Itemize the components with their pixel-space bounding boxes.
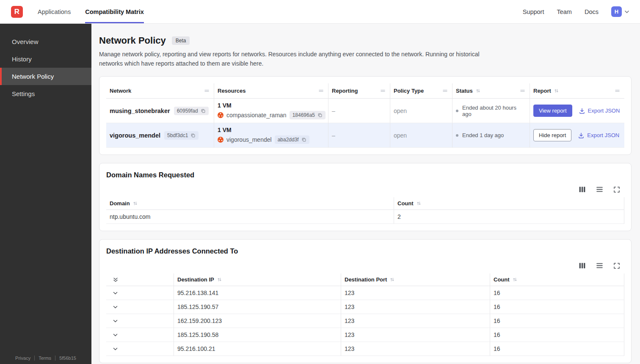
privacy-link[interactable]: Privacy bbox=[11, 356, 34, 361]
count-cell: 16 bbox=[490, 314, 624, 328]
network-name: musing_stonebraker bbox=[110, 108, 170, 114]
chevron-down-icon[interactable] bbox=[113, 290, 118, 296]
copy-icon[interactable] bbox=[190, 133, 196, 138]
destination-ip-cell: 162.159.200.123 bbox=[174, 314, 341, 328]
column-header-status[interactable]: Status bbox=[452, 83, 530, 99]
beta-badge: Beta bbox=[172, 36, 190, 45]
resource-row: compassionate_raman 184696a5 bbox=[218, 111, 326, 119]
report-cell: Hide report Export JSON bbox=[530, 123, 624, 148]
fullscreen-icon[interactable] bbox=[613, 262, 620, 269]
expand-all-icon[interactable] bbox=[113, 277, 119, 283]
app-logo[interactable]: R bbox=[11, 6, 23, 18]
column-resize-handle-icon[interactable] bbox=[318, 89, 324, 93]
network-id: 60959fad bbox=[177, 108, 198, 114]
column-resize-handle-icon[interactable] bbox=[520, 89, 525, 93]
column-resize-handle-icon[interactable] bbox=[615, 89, 620, 93]
column-header-resources[interactable]: Resources bbox=[214, 83, 328, 99]
download-icon bbox=[579, 108, 585, 114]
copy-icon[interactable] bbox=[301, 137, 306, 142]
column-header-count[interactable]: Count bbox=[394, 197, 624, 210]
count-cell: 16 bbox=[490, 300, 624, 314]
sidebar-item-label: Settings bbox=[12, 90, 35, 97]
columns-icon[interactable] bbox=[579, 186, 586, 193]
chevron-down-icon[interactable] bbox=[113, 346, 118, 352]
column-label: Destination IP bbox=[177, 276, 214, 283]
sidebar-footer: Privacy Terms 5f56b15 bbox=[0, 356, 91, 361]
domains-card-title: Domain Names Requested bbox=[106, 171, 624, 179]
columns-icon[interactable] bbox=[579, 262, 586, 269]
ubuntu-icon bbox=[218, 112, 223, 118]
reporting-cell: – bbox=[328, 123, 390, 148]
count-cell: 16 bbox=[490, 328, 624, 342]
domains-table: Domain Count ntp.ubuntu.com 2 bbox=[106, 197, 624, 224]
networks-table: Network Resources Reporting Policy Type bbox=[106, 83, 624, 148]
column-header-domain[interactable]: Domain bbox=[106, 197, 394, 210]
status-text: Ended about 20 hours ago bbox=[462, 105, 525, 117]
avatar: H bbox=[611, 6, 622, 17]
export-json-link[interactable]: Export JSON bbox=[579, 108, 620, 114]
nav-tab-applications[interactable]: Applications bbox=[38, 0, 71, 23]
sidebar-item-label: Network Policy bbox=[12, 73, 54, 80]
app-logo-letter: R bbox=[14, 8, 19, 16]
row-density-icon[interactable] bbox=[596, 186, 603, 193]
chevron-down-icon bbox=[624, 9, 630, 15]
support-link[interactable]: Support bbox=[523, 8, 544, 15]
user-menu[interactable]: H bbox=[611, 6, 630, 17]
terms-link[interactable]: Terms bbox=[34, 356, 55, 361]
column-resize-handle-icon[interactable] bbox=[380, 89, 386, 93]
column-label: Destination Port bbox=[345, 276, 387, 283]
column-resize-handle-icon[interactable] bbox=[204, 89, 210, 93]
resource-name: compassionate_raman bbox=[226, 112, 287, 119]
export-json-label: Export JSON bbox=[587, 132, 619, 138]
network-cell: musing_stonebraker 60959fad bbox=[106, 99, 214, 123]
resource-id-badge: aba2dd3f bbox=[275, 135, 309, 144]
sort-icon bbox=[390, 277, 394, 282]
view-report-button[interactable]: View report bbox=[533, 105, 572, 117]
resource-id: aba2dd3f bbox=[278, 137, 299, 143]
column-header-count[interactable]: Count bbox=[490, 273, 624, 286]
status-text: Ended 1 day ago bbox=[462, 132, 504, 138]
table-toolbar bbox=[106, 186, 620, 193]
export-json-link[interactable]: Export JSON bbox=[578, 132, 619, 139]
column-header-report[interactable]: Report bbox=[530, 83, 624, 99]
column-header-reporting[interactable]: Reporting bbox=[328, 83, 390, 99]
column-header-destination-port[interactable]: Destination Port bbox=[341, 273, 490, 286]
status-dot bbox=[456, 110, 458, 112]
sidebar-item-label: Overview bbox=[12, 38, 39, 45]
sidebar-item-network-policy[interactable]: Network Policy bbox=[0, 68, 91, 85]
column-header-policy-type[interactable]: Policy Type bbox=[390, 83, 452, 99]
sidebar-item-overview[interactable]: Overview bbox=[0, 33, 91, 50]
networks-card: Network Resources Reporting Policy Type bbox=[99, 76, 632, 155]
sidebar-item-history[interactable]: History bbox=[0, 50, 91, 68]
copy-icon[interactable] bbox=[317, 113, 323, 118]
destination-ip-cell: 185.125.190.58 bbox=[174, 328, 341, 342]
export-json-label: Export JSON bbox=[588, 108, 620, 114]
resource-name: vigorous_mendel bbox=[226, 136, 272, 143]
page-header: Network Policy Beta bbox=[99, 35, 632, 46]
copy-icon[interactable] bbox=[201, 108, 206, 113]
team-link[interactable]: Team bbox=[557, 8, 571, 15]
nav-tab-compatibility-matrix[interactable]: Compatibility Matrix bbox=[85, 0, 144, 23]
column-label: Report bbox=[533, 88, 551, 94]
chevron-down-icon[interactable] bbox=[113, 332, 118, 338]
destinations-card: Destination IP Addresses Connected To De… bbox=[99, 239, 632, 363]
network-id-badge: 5bdf3dc1 bbox=[164, 131, 199, 140]
nav-tab-label: Compatibility Matrix bbox=[85, 8, 144, 15]
page-title: Network Policy bbox=[99, 35, 166, 46]
docs-link[interactable]: Docs bbox=[585, 8, 599, 15]
fullscreen-icon[interactable] bbox=[613, 186, 620, 193]
build-version: 5f56b15 bbox=[55, 356, 80, 361]
destination-port-cell: 123 bbox=[341, 328, 490, 342]
column-resize-handle-icon[interactable] bbox=[442, 89, 448, 93]
column-header-destination-ip[interactable]: Destination IP bbox=[174, 273, 341, 286]
row-density-icon[interactable] bbox=[596, 262, 603, 269]
chevron-down-icon[interactable] bbox=[113, 304, 118, 310]
destinations-card-title: Destination IP Addresses Connected To bbox=[106, 247, 624, 255]
table-toolbar bbox=[106, 262, 620, 269]
chevron-down-icon[interactable] bbox=[113, 318, 118, 324]
hide-report-button[interactable]: Hide report bbox=[533, 129, 571, 141]
sidebar-item-settings[interactable]: Settings bbox=[0, 85, 91, 102]
column-header-network[interactable]: Network bbox=[106, 83, 214, 99]
topbar-right: Support Team Docs H bbox=[523, 0, 640, 23]
destinations-table: Destination IP Destination Port Count bbox=[106, 273, 624, 356]
